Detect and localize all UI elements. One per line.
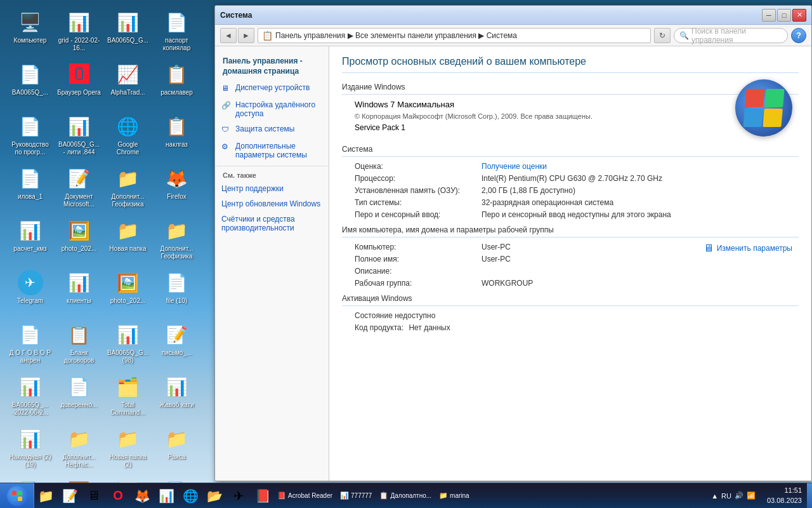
svg-rect-3 [18,497,22,501]
back-button[interactable]: ◄ [220,28,237,43]
panel-item-support[interactable]: Центр поддержки [215,181,329,196]
taskbar-pin-chrome[interactable]: 🌐 [179,485,202,507]
desktop-icon-ba0065q2[interactable]: 📄 BA0065Q_... [6,58,54,109]
desktop-icon-passport[interactable]: 📄 паспорт копиялар [153,6,200,57]
tray-volume-icon[interactable]: 🔊 [735,491,743,500]
svg-rect-0 [12,491,16,495]
desktop-icon-telegram[interactable]: ✈ Telegram [6,267,54,318]
refresh-button[interactable]: ↻ [654,28,671,43]
tray-up-arrow[interactable]: ▲ [711,492,718,500]
taskbar-pinned-apps: 📁 📝 🖥 O 🦊 📊 🌐 📂 ✈ [34,485,274,507]
desktop-icon-guide[interactable]: 📄 Руководство по прогр... [6,110,54,161]
desktop-icon-blank[interactable]: 📋 Бланк договоров [55,319,103,370]
row-fullname: Полное имя: User-PC [355,255,799,264]
processor-label: Процессор: [355,174,481,183]
help-button[interactable]: ? [791,28,806,43]
close-button[interactable]: ✕ [792,9,806,22]
window-title: Система [220,11,762,20]
desktop-icon-pismo[interactable]: 📝 письмо_... [153,319,200,370]
taskbar-pin-explorer[interactable]: 📂 [203,485,226,507]
workgroup-label: Рабочая группа: [355,279,481,288]
row-workgroup: Рабочая группа: WORKGROUP [355,279,799,288]
desktop-icon-chrome[interactable]: 🌐 Google Chrome [104,110,152,161]
desktop-icon-computer[interactable]: 🖥️ Компьютер [6,6,54,57]
change-params-button[interactable]: 🖥 Изменить параметры [704,243,792,254]
logo-quad-green [764,89,785,107]
desktop-icon-doverenno[interactable]: 📄 доверенно... [55,371,103,422]
taskbar-app-marina[interactable]: 📁 marina [436,485,473,507]
desktop-icon-alphatrade[interactable]: 📈 AlphaTrad... [104,58,152,109]
window-body: Панель управления - домашняя страница 🖥 … [215,46,811,481]
row-product-key: Код продукта: Нет данных [355,323,799,332]
taskbar-time[interactable]: 11:51 03.08.2023 [762,486,807,505]
desktop-icon-raschet[interactable]: 📊 расчет_кмз [6,215,54,265]
taskbar-app-dalopolatno[interactable]: 📋 Далопалтно... [376,485,435,507]
taskbar-app-acrobat[interactable]: 📕 Acrobat Reader [274,485,336,507]
search-box[interactable]: 🔍 Поиск в панели управления [674,28,788,43]
rating-value[interactable]: Получение оценки [481,162,547,171]
desktop-icon-dogovor[interactable]: 📄 Д О Г О В О Р ангрен [6,319,54,370]
desktop-icon-rasmlaver[interactable]: 📋 расмлавер [153,58,200,109]
panel-item-devices[interactable]: 🖥 Диспетчер устройств [215,80,329,97]
taskbar-pin-opera[interactable]: O [107,485,129,507]
type-value: 32-разрядная операционная система [481,198,613,207]
forward-button[interactable]: ► [238,28,254,43]
panel-item-updates[interactable]: Центр обновления Windows [215,196,329,211]
windows-start-icon [11,490,23,502]
panel-item-performance[interactable]: Счётчики и средства производительности [215,211,329,236]
desktop-icon-photo2022b[interactable]: 🖼️ photo_202... [104,267,152,318]
desktop-icon-dopolnitNe[interactable]: 📁 Дополнит... Нефтас... [55,423,103,474]
windows-logo [735,79,792,137]
desktop-icon-firefox[interactable]: 🦊 Firefox [153,163,200,213]
advanced-icon: ⚙ [221,142,232,152]
panel-item-remote[interactable]: 🔗 Настройка удалённого доступа [215,97,329,121]
taskbar-pin-winexplorer[interactable]: 📁 [34,485,57,507]
processor-value: Intel(R) Pentium(R) CPU G630 @ 2.70GHz 2… [481,174,662,183]
fullname-value: User-PC [481,255,511,264]
pen-value: Перо и сенсорный ввод недоступны для это… [481,210,671,219]
tray-lang[interactable]: RU [721,492,731,500]
desktop-icon-nakladnaa[interactable]: 📊 Накладная (2) (19) [6,423,54,474]
desktop-icon-docms[interactable]: 📝 Документ Microsoft... [55,163,103,213]
desktop-icon-dopolnit[interactable]: 📁 Дополнит... Геофизика [104,163,152,213]
desktop-icon-zhavob[interactable]: 📊 Жавоб хати [153,371,200,422]
desktop-icon-file10[interactable]: 📄 file (10) [153,267,200,318]
taskbar-pin-acrobat[interactable]: 📕 [251,485,274,507]
maximize-button[interactable]: □ [777,9,791,22]
desktop-icon-naklagaz[interactable]: 📋 наклгаз [153,110,200,161]
show-desktop-button[interactable] [807,483,812,509]
desktop-icon-totalcmd[interactable]: 🗂️ Total Command... [104,371,152,422]
desktop-icon-newfoldera[interactable]: 📁 Новая папка [104,215,152,265]
devices-icon: 🖥 [221,84,232,94]
desktop-icon-dopolnitgeo[interactable]: 📁 Дополнит... Геофизика [153,215,200,265]
desktop-icon-ba0065q3[interactable]: 📊 BA0065Q_G... - лити .844 [55,110,103,161]
remote-icon: 🔗 [221,101,232,111]
row-desc: Описание: [355,267,799,276]
section-windows-edition: Издание Windows [342,83,799,95]
taskbar-pin-system[interactable]: 🖥 [82,485,105,507]
taskbar-pin-excel[interactable]: 📊 [155,485,178,507]
panel-item-advanced[interactable]: ⚙ Дополнительные параметры системы [215,138,329,163]
desktop-icon-ilova[interactable]: 📄 илова_1 [6,163,54,213]
start-button[interactable] [0,483,34,509]
desktop-icon-clients[interactable]: 📊 клиенты [55,267,103,318]
taskbar-pin-firefox[interactable]: 🦊 [131,485,154,507]
desktop-icon-ba0065q5[interactable]: 📊 BA0065Q_... -2022-06-2... [6,371,54,422]
rating-label: Оценка: [355,162,481,171]
desktop-icon-grid[interactable]: 📊 grid - 2022-02-16... [55,6,103,57]
desktop-icon-opera[interactable]: 🅾 Браузер Opera [55,58,103,109]
window-controls: ─ □ ✕ [762,9,806,22]
address-path[interactable]: 📋 Панель управления ▶ Все элементы панел… [258,28,651,43]
row-processor: Процессор: Intel(R) Pentium(R) CPU G630 … [355,174,799,183]
desktop-icon-ba0065q1[interactable]: 📊 BA0065Q_G... [104,6,152,57]
desktop-icon-ba0065q4[interactable]: 📊 BA0065Q_G... (98) [104,319,152,370]
minimize-button[interactable]: ─ [762,9,776,22]
taskbar-app-777777[interactable]: 📊 777777 [337,485,375,507]
desktop-icon-newfolderb[interactable]: 📁 Новая папка (2) [104,423,152,474]
panel-item-protection[interactable]: 🛡 Защита системы [215,121,329,138]
desktop-icon-photo2022a[interactable]: 🖼️ photo_202... [55,215,103,265]
taskbar-pin-telegram[interactable]: ✈ [227,485,250,507]
taskbar-pin-word[interactable]: 📝 [58,485,81,507]
desktop-icon-raisa[interactable]: 📁 Раиса [153,423,200,474]
tray-network-icon[interactable]: 📶 [747,491,756,500]
